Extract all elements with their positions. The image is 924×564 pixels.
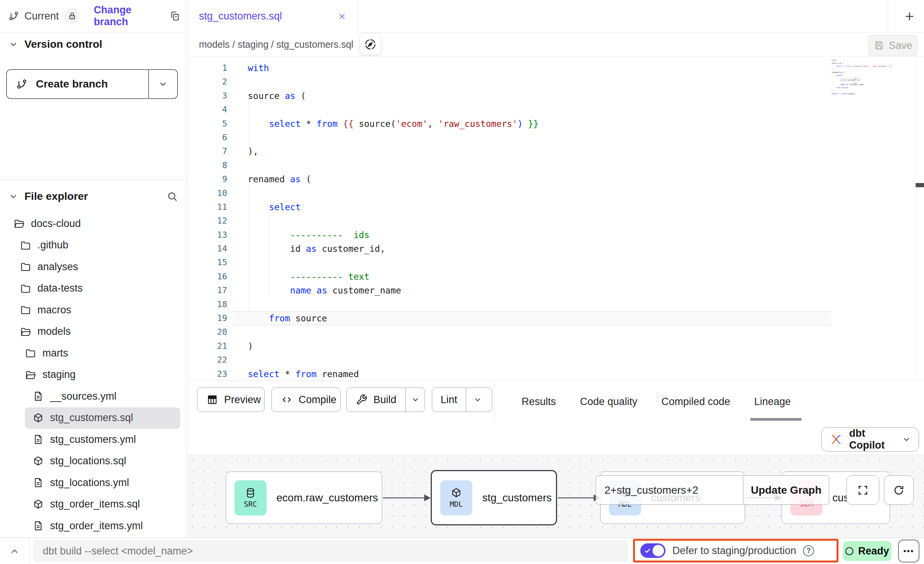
more-options-button[interactable]: ••• <box>898 540 919 562</box>
tree-item-stg-order-items-sql[interactable]: stg_order_items.sql <box>25 494 180 515</box>
build-button[interactable]: Build <box>346 387 425 412</box>
git-branch-icon <box>8 11 19 21</box>
change-branch-link[interactable]: Change branch <box>94 4 164 28</box>
compass-icon <box>364 38 377 51</box>
tree-item-staging[interactable]: staging <box>17 364 180 386</box>
code-line-3[interactable]: 3source as ( <box>187 89 832 103</box>
status-bar: Defer to staging/production ? Ready ••• <box>0 538 924 564</box>
update-graph-button[interactable]: Update Graph <box>743 476 829 504</box>
tree-item-stg-order-items-yml[interactable]: stg_order_items.yml <box>25 515 180 537</box>
line-number: 8 <box>187 159 227 172</box>
file-explorer-header[interactable]: File explorer <box>8 190 178 203</box>
code-line-4[interactable]: 4 <box>187 103 832 117</box>
save-button[interactable]: Save <box>868 35 918 56</box>
tree-item--github[interactable]: .github <box>12 235 180 256</box>
search-icon[interactable] <box>166 191 178 202</box>
code-line-5[interactable]: 5 select * from {{ source('ecom', 'raw_c… <box>187 117 832 131</box>
tree-item-label: staging <box>42 369 76 381</box>
code-line-9[interactable]: 9renamed as ( <box>187 172 832 186</box>
panel-tab-results[interactable]: Results <box>522 381 556 423</box>
line-number: 22 <box>187 353 227 367</box>
create-branch-button[interactable]: Create branch <box>6 69 178 99</box>
panel-tab-code-quality[interactable]: Code quality <box>580 381 637 423</box>
version-control-header[interactable]: Version control <box>8 38 178 50</box>
compile-button[interactable]: Compile <box>271 387 341 412</box>
line-number: 14 <box>187 242 227 256</box>
code-line-21[interactable]: 21) <box>187 339 832 353</box>
code-line-17[interactable]: 17 name as customer_name <box>187 284 832 297</box>
copy-icon[interactable] <box>170 11 180 21</box>
tree-item-stg-locations-sql[interactable]: stg_locations.sql <box>25 451 180 472</box>
lint-button[interactable]: Lint <box>432 387 492 412</box>
code-line-12[interactable]: 12 <box>187 214 832 228</box>
fullscreen-button[interactable] <box>846 475 879 505</box>
lineage-node-ecom-raw-customers[interactable]: SRC ecom.raw_customers <box>226 472 382 524</box>
code-line-2[interactable]: 2 <box>187 75 832 89</box>
panel-tab-compiled-code[interactable]: Compiled code <box>661 381 730 423</box>
command-field[interactable] <box>33 540 628 562</box>
defer-annotation-box: Defer to staging/production ? <box>633 539 838 562</box>
tree-item-marts[interactable]: marts <box>17 342 180 364</box>
tree-item-stg-locations-yml[interactable]: stg_locations.yml <box>25 472 180 494</box>
code-line-23[interactable]: 23select * from renamed <box>187 367 832 380</box>
tab-bar: stg_customers.sql <box>187 0 924 32</box>
tree-item--sources-yml[interactable]: __sources.yml <box>25 386 180 407</box>
create-branch-menu-button[interactable] <box>148 70 177 98</box>
panel-tab-lineage[interactable]: Lineage <box>754 381 791 423</box>
lineage-node-stg-customers[interactable]: MDL stg_customers <box>431 470 557 525</box>
build-menu-button[interactable] <box>405 388 425 412</box>
tab-stg-customers-sql[interactable]: stg_customers.sql <box>187 0 357 32</box>
panel-collapse-button[interactable] <box>6 543 23 560</box>
code-editor[interactable]: 1with23source as (45 select * from {{ so… <box>187 57 924 380</box>
lint-menu-button[interactable] <box>466 388 489 412</box>
version-control-title: Version control <box>24 38 102 50</box>
line-number: 21 <box>187 339 227 353</box>
scrollbar-handle[interactable] <box>916 183 924 187</box>
tree-item-data-tests[interactable]: data-tests <box>12 278 180 300</box>
code-line-13[interactable]: 13 ---------- ids <box>187 228 832 242</box>
code-line-20[interactable]: 20 <box>187 325 832 339</box>
lineage-selector-input[interactable] <box>596 476 743 504</box>
tree-item-models[interactable]: models <box>12 321 180 343</box>
close-icon[interactable] <box>337 11 347 21</box>
code-line-10[interactable]: 10 <box>187 186 832 200</box>
code-line-19[interactable]: 19 from source <box>187 311 832 325</box>
preview-button[interactable]: Preview <box>197 387 265 412</box>
new-tab-button[interactable] <box>901 8 918 25</box>
line-number: 9 <box>187 172 227 186</box>
code-line-14[interactable]: 14 id as customer_id, <box>187 242 832 256</box>
tree-item-macros[interactable]: macros <box>12 299 180 321</box>
lineage-canvas[interactable]: SRC ecom.raw_customers MDL stg_customers… <box>187 455 924 538</box>
code-line-16[interactable]: 16 ---------- text <box>187 270 832 284</box>
command-input[interactable] <box>33 545 628 558</box>
file-explorer-title: File explorer <box>24 190 88 203</box>
refresh-button[interactable] <box>884 475 914 505</box>
line-number: 13 <box>187 228 227 242</box>
tree-item-label: models <box>37 326 71 337</box>
code-line-8[interactable]: 8 <box>187 159 832 172</box>
tree-item-docs-cloud[interactable]: docs-cloud <box>6 213 180 235</box>
line-content: select <box>248 200 300 214</box>
code-line-6[interactable]: 6 <box>187 131 832 144</box>
cube-icon <box>451 487 462 499</box>
defer-toggle[interactable] <box>640 543 666 558</box>
code-line-18[interactable]: 18 <box>187 298 832 311</box>
folder-open-icon <box>13 218 25 229</box>
code-line-15[interactable]: 15 <box>187 256 832 269</box>
tree-item-stg-customers-sql[interactable]: stg_customers.sql <box>25 407 180 429</box>
minimap[interactable]: with source as ( select * from {{ source… <box>832 60 910 95</box>
code-line-22[interactable]: 22 <box>187 353 832 367</box>
tree-item-stg-customers-yml[interactable]: stg_customers.yml <box>25 429 180 451</box>
tree-item-analyses[interactable]: analyses <box>12 256 180 278</box>
line-number: 15 <box>187 256 227 269</box>
code-line-11[interactable]: 11 select <box>187 200 832 214</box>
code-lines[interactable]: 1with23source as (45 select * from {{ so… <box>187 61 832 380</box>
line-number: 20 <box>187 325 227 339</box>
copilot-compass-button[interactable] <box>360 34 381 55</box>
code-line-7[interactable]: 7), <box>187 144 832 158</box>
dbt-copilot-label: dbt Copilot <box>849 428 896 451</box>
help-icon[interactable]: ? <box>803 545 814 556</box>
code-line-1[interactable]: 1with <box>187 61 832 75</box>
dbt-copilot-button[interactable]: dbt Copilot <box>821 427 919 452</box>
save-label: Save <box>889 40 913 52</box>
